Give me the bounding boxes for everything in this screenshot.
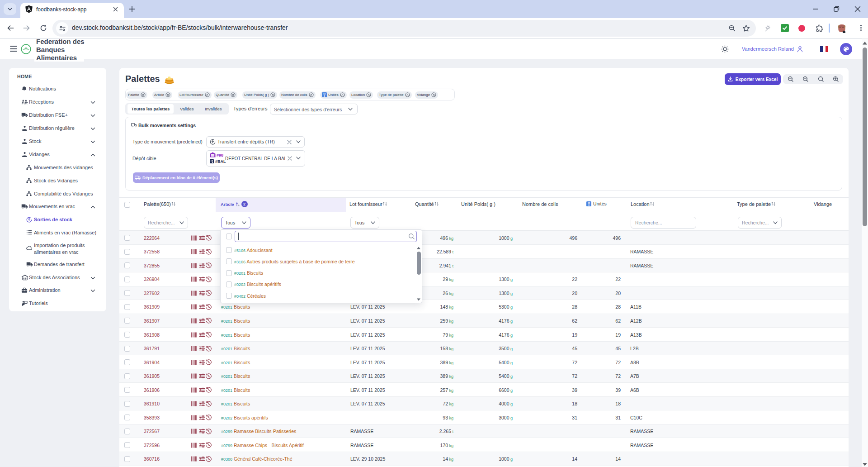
- svg-text:3: 3: [324, 95, 325, 97]
- svg-text:3: 3: [588, 204, 590, 206]
